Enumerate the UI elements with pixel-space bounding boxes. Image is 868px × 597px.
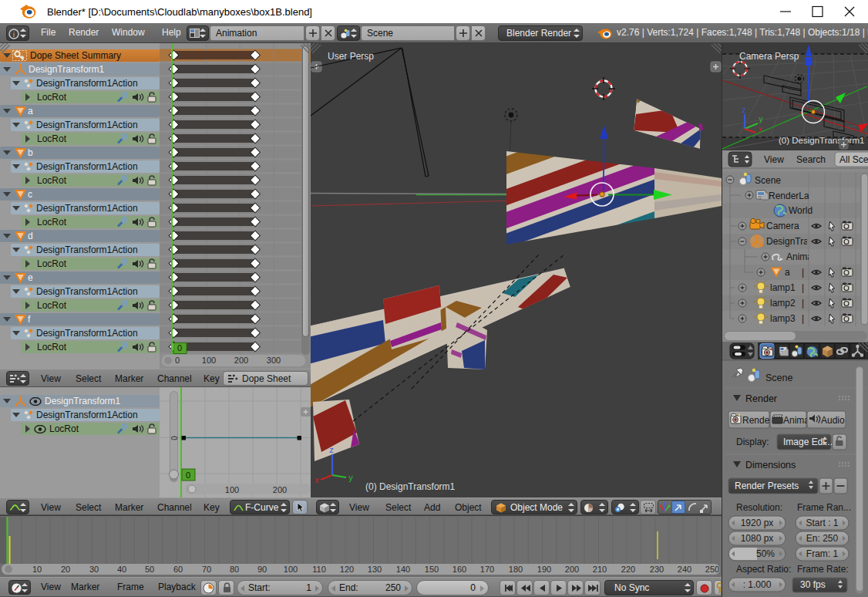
svg-text:200: 200 xyxy=(234,356,248,365)
svg-text:210: 210 xyxy=(593,565,607,574)
svg-text:90: 90 xyxy=(257,565,267,574)
svg-text:Frame Rate:: Frame Rate: xyxy=(797,564,849,575)
svg-text:40: 40 xyxy=(117,565,126,574)
svg-text:70: 70 xyxy=(202,565,211,574)
svg-text:: 1.000: : 1.000 xyxy=(743,579,772,590)
svg-text:10: 10 xyxy=(32,565,42,574)
svg-text:50: 50 xyxy=(145,565,154,574)
svg-text:View: View xyxy=(764,154,784,165)
svg-text:User Persp: User Persp xyxy=(328,51,374,62)
svg-text:180: 180 xyxy=(509,565,523,574)
svg-text:Fram: 1: Fram: 1 xyxy=(806,548,839,559)
svg-text:200: 200 xyxy=(273,485,287,494)
svg-text:a: a xyxy=(785,267,790,278)
svg-text:20: 20 xyxy=(61,565,70,574)
svg-text:DesignTra: DesignTra xyxy=(766,236,809,247)
svg-text:Rende: Rende xyxy=(742,415,770,426)
svg-text:50%: 50% xyxy=(756,548,775,559)
svg-text:200: 200 xyxy=(565,565,579,574)
svg-text:lamp1: lamp1 xyxy=(770,282,796,293)
svg-text:30: 30 xyxy=(89,565,99,574)
svg-text:y: y xyxy=(759,115,763,123)
svg-text:220: 220 xyxy=(621,565,635,574)
svg-text:1080 px: 1080 px xyxy=(741,533,774,544)
svg-text:Display:: Display: xyxy=(736,437,769,447)
svg-text:Audio: Audio xyxy=(821,415,845,426)
svg-text:lamp2: lamp2 xyxy=(770,298,796,309)
svg-text:Search: Search xyxy=(796,154,826,165)
svg-text:Start : 1: Start : 1 xyxy=(806,518,838,528)
svg-text:z: z xyxy=(742,106,746,114)
svg-text:Scene: Scene xyxy=(755,175,781,186)
svg-text:Camera: Camera xyxy=(766,221,799,231)
svg-text:0: 0 xyxy=(175,356,180,365)
svg-text:160: 160 xyxy=(453,565,466,574)
svg-text:Camera Persp: Camera Persp xyxy=(739,51,799,62)
svg-text:Resolution:: Resolution: xyxy=(736,502,782,513)
svg-text:x: x xyxy=(315,475,319,484)
svg-text:Frame Ran...: Frame Ran... xyxy=(797,502,851,513)
svg-text:250: 250 xyxy=(705,565,719,574)
svg-text:|: | xyxy=(802,298,804,309)
svg-text:140: 140 xyxy=(396,565,410,574)
svg-text:100: 100 xyxy=(284,565,298,574)
svg-text:(0) DesignTransform1: (0) DesignTransform1 xyxy=(779,136,864,145)
svg-text:Aspect Ratio:: Aspect Ratio: xyxy=(736,564,791,575)
svg-text:120: 120 xyxy=(340,565,354,574)
svg-text:150: 150 xyxy=(425,565,439,574)
svg-text:60: 60 xyxy=(173,565,183,574)
svg-text:|: | xyxy=(802,267,804,278)
svg-text:Dimensions: Dimensions xyxy=(745,460,796,471)
svg-text:(0) DesignTransform1: (0) DesignTransform1 xyxy=(365,481,456,492)
svg-text:En: 250: En: 250 xyxy=(806,533,839,544)
svg-text:RenderLay: RenderLay xyxy=(769,191,814,201)
svg-text:240: 240 xyxy=(678,565,691,574)
svg-text:0: 0 xyxy=(186,471,190,480)
svg-text:0: 0 xyxy=(170,436,179,440)
svg-text:110: 110 xyxy=(312,565,326,574)
svg-text:|: | xyxy=(802,282,804,293)
svg-text:0: 0 xyxy=(177,343,182,352)
svg-text:1920 px: 1920 px xyxy=(741,518,774,528)
svg-text:100: 100 xyxy=(225,485,239,494)
svg-text:Render Presets: Render Presets xyxy=(735,481,799,491)
svg-text:190: 190 xyxy=(537,565,551,574)
svg-text:30 fps: 30 fps xyxy=(800,579,826,590)
svg-text:z: z xyxy=(329,445,334,454)
svg-text:230: 230 xyxy=(650,565,664,574)
svg-text:i: i xyxy=(13,31,15,39)
svg-text:130: 130 xyxy=(368,565,382,574)
svg-text:Anima: Anima xyxy=(783,415,809,426)
svg-text:All Sce: All Sce xyxy=(839,154,868,165)
svg-text:Scene: Scene xyxy=(765,373,792,383)
svg-text:y: y xyxy=(348,473,353,482)
svg-text:|: | xyxy=(802,313,804,324)
svg-text:lamp3: lamp3 xyxy=(770,313,796,324)
svg-text:Render: Render xyxy=(745,393,777,404)
svg-text:x: x xyxy=(759,125,762,133)
svg-text:100: 100 xyxy=(202,356,216,365)
svg-text:300: 300 xyxy=(267,356,281,365)
svg-text:World: World xyxy=(789,205,812,216)
svg-text:80: 80 xyxy=(230,565,239,574)
svg-text:170: 170 xyxy=(480,565,494,574)
